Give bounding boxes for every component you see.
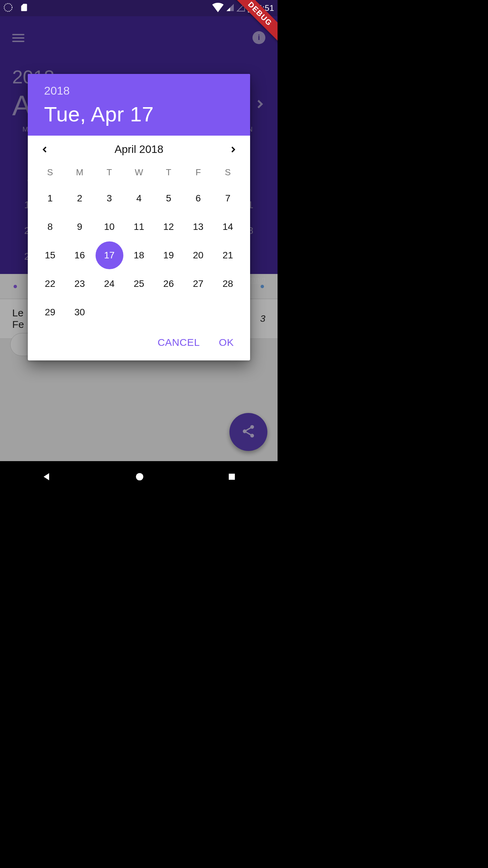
calendar-day-9[interactable]: 9: [65, 213, 94, 241]
calendar-dow-cell: M: [65, 160, 94, 184]
calendar-dow-cell: F: [183, 160, 213, 184]
calendar-day-11[interactable]: 11: [124, 213, 154, 241]
calendar-day-29[interactable]: 29: [35, 298, 65, 327]
month-nav: April 2018: [28, 136, 250, 158]
cellular-signal-icon-1: [226, 3, 235, 13]
calendar-day-16[interactable]: 16: [65, 241, 94, 270]
calendar-day-28[interactable]: 28: [213, 270, 243, 298]
sd-card-icon: [20, 2, 28, 14]
calendar-dow-cell: S: [213, 160, 243, 184]
calendar-day-13[interactable]: 13: [183, 213, 213, 241]
calendar-day-30[interactable]: 30: [65, 298, 94, 327]
loading-spinner-icon: [3, 3, 13, 14]
dialog-actions: CANCEL OK: [28, 327, 250, 360]
svg-rect-7: [229, 474, 235, 480]
calendar-day-8[interactable]: 8: [35, 213, 65, 241]
calendar-day-3[interactable]: 3: [95, 184, 124, 213]
calendar-day-12[interactable]: 12: [154, 213, 183, 241]
date-picker-selected-date[interactable]: Tue, Apr 17: [44, 102, 234, 126]
calendar-day-23[interactable]: 23: [65, 270, 94, 298]
calendar-day-26[interactable]: 26: [154, 270, 183, 298]
calendar-day-18[interactable]: 18: [124, 241, 154, 270]
date-picker-year[interactable]: 2018: [44, 84, 234, 97]
calendar-dow-cell: S: [35, 160, 65, 184]
nav-recents-icon[interactable]: [228, 473, 236, 482]
calendar-day-2[interactable]: 2: [65, 184, 94, 213]
calendar-day-19[interactable]: 19: [154, 241, 183, 270]
calendar-dow-cell: T: [154, 160, 183, 184]
next-month-button[interactable]: [228, 144, 239, 155]
ok-button[interactable]: OK: [219, 337, 234, 348]
calendar-day-14[interactable]: 14: [213, 213, 243, 241]
cancel-button[interactable]: CANCEL: [158, 337, 200, 348]
calendar-grid: SMTWTFS123456789101112131415161718192021…: [28, 158, 250, 327]
calendar-day-27[interactable]: 27: [183, 270, 213, 298]
calendar-day-22[interactable]: 22: [35, 270, 65, 298]
device-frame: 4:51 i 2018 A MOUN 178415212228295 main: [0, 0, 278, 494]
svg-point-6: [136, 473, 143, 480]
calendar-day-1[interactable]: 1: [35, 184, 65, 213]
nav-back-icon[interactable]: [42, 472, 52, 483]
calendar-dow-cell: W: [124, 160, 154, 184]
calendar-day-17[interactable]: 17: [95, 241, 124, 270]
prev-month-button[interactable]: [39, 144, 50, 155]
calendar-day-6[interactable]: 6: [183, 184, 213, 213]
calendar-day-4[interactable]: 4: [124, 184, 154, 213]
system-nav-bar: [0, 461, 278, 494]
calendar-day-24[interactable]: 24: [95, 270, 124, 298]
calendar-day-7[interactable]: 7: [213, 184, 243, 213]
nav-home-icon[interactable]: [135, 472, 144, 482]
date-picker-dialog: 2018 Tue, Apr 17 April 2018 SMTWTFS12345…: [28, 74, 250, 360]
calendar-day-20[interactable]: 20: [183, 241, 213, 270]
calendar-day-21[interactable]: 21: [213, 241, 243, 270]
month-title: April 2018: [115, 143, 163, 156]
calendar-day-10[interactable]: 10: [95, 213, 124, 241]
wifi-icon: [212, 3, 224, 14]
calendar-day-15[interactable]: 15: [35, 241, 65, 270]
date-picker-header: 2018 Tue, Apr 17: [28, 74, 250, 136]
svg-point-0: [4, 3, 12, 11]
calendar-day-5[interactable]: 5: [154, 184, 183, 213]
calendar-day-25[interactable]: 25: [124, 270, 154, 298]
status-bar: 4:51: [0, 0, 278, 16]
calendar-dow-cell: T: [95, 160, 124, 184]
